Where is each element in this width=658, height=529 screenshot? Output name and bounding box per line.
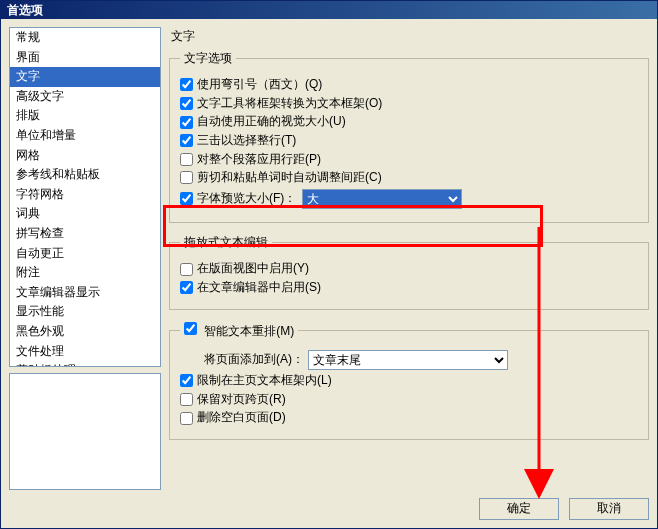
option-label: 文字工具将框架转换为文本框架(O)	[197, 96, 382, 112]
option-label: 使用弯引号（西文）(Q)	[197, 77, 322, 93]
option-row: 保留对页跨页(R)	[180, 392, 638, 408]
sidebar-item[interactable]: 高级文字	[10, 87, 160, 107]
option-label: 剪切和粘贴单词时自动调整间距(C)	[197, 170, 382, 186]
add-pages-row: 将页面添加到(A)： 文章末尾章节末尾文档末尾	[204, 350, 638, 370]
sidebar-item[interactable]: 文章编辑器显示	[10, 283, 160, 303]
sidebar-item[interactable]: 剪贴板处理	[10, 361, 160, 367]
option-checkbox[interactable]	[180, 116, 193, 129]
sidebar-item[interactable]: 文件处理	[10, 342, 160, 362]
option-row: 在版面视图中启用(Y)	[180, 261, 638, 277]
option-checkbox[interactable]	[180, 263, 193, 276]
option-label: 保留对页跨页(R)	[197, 392, 286, 408]
sidebar: 常规界面文字高级文字排版单位和增量网格参考线和粘贴板字符网格词典拼写检查自动更正…	[9, 27, 161, 490]
option-checkbox[interactable]	[180, 412, 193, 425]
title-bar: 首选项	[1, 1, 657, 19]
font-preview-label: 字体预览大小(F)：	[197, 191, 296, 207]
option-label: 在文章编辑器中启用(S)	[197, 280, 321, 296]
option-checkbox[interactable]	[180, 281, 193, 294]
sidebar-item[interactable]: 常规	[10, 28, 160, 48]
option-row: 自动使用正确的视觉大小(U)	[180, 114, 638, 130]
sidebar-item[interactable]: 附注	[10, 263, 160, 283]
sidebar-item[interactable]: 黑色外观	[10, 322, 160, 342]
option-row: 限制在主页文本框架内(L)	[180, 373, 638, 389]
text-options-list: 使用弯引号（西文）(Q)文字工具将框架转换为文本框架(O)自动使用正确的视觉大小…	[180, 77, 638, 186]
sidebar-item[interactable]: 单位和增量	[10, 126, 160, 146]
option-label: 在版面视图中启用(Y)	[197, 261, 309, 277]
drag-options-list: 在版面视图中启用(Y)在文章编辑器中启用(S)	[180, 261, 638, 295]
option-checkbox[interactable]	[180, 393, 193, 406]
preview-pane	[9, 373, 161, 490]
option-checkbox[interactable]	[180, 171, 193, 184]
font-preview-select[interactable]: 小中大特大	[302, 189, 462, 209]
sidebar-item[interactable]: 文字	[10, 67, 160, 87]
font-preview-row: 字体预览大小(F)： 小中大特大	[180, 189, 638, 209]
option-checkbox[interactable]	[180, 153, 193, 166]
category-list[interactable]: 常规界面文字高级文字排版单位和增量网格参考线和粘贴板字符网格词典拼写检查自动更正…	[9, 27, 161, 367]
group-drag-drop-legend: 拖放式文本编辑	[180, 235, 272, 251]
option-checkbox[interactable]	[180, 134, 193, 147]
sidebar-item[interactable]: 参考线和粘贴板	[10, 165, 160, 185]
dialog-buttons: 确定 取消	[1, 490, 657, 528]
font-preview-checkbox[interactable]	[180, 192, 193, 205]
group-drag-drop: 拖放式文本编辑 在版面视图中启用(Y)在文章编辑器中启用(S)	[169, 235, 649, 310]
option-row: 对整个段落应用行距(P)	[180, 152, 638, 168]
option-label: 三击以选择整行(T)	[197, 133, 296, 149]
option-checkbox[interactable]	[180, 78, 193, 91]
group-smart-reflow: 智能文本重排(M) 将页面添加到(A)： 文章末尾章节末尾文档末尾 限制在主页文…	[169, 322, 649, 440]
group-text-options: 文字选项 使用弯引号（西文）(Q)文字工具将框架转换为文本框架(O)自动使用正确…	[169, 51, 649, 223]
option-row: 三击以选择整行(T)	[180, 133, 638, 149]
smart-reflow-label: 智能文本重排(M)	[204, 324, 294, 338]
add-pages-label: 将页面添加到(A)：	[204, 352, 304, 368]
sidebar-item[interactable]: 拼写检查	[10, 224, 160, 244]
dialog-body: 常规界面文字高级文字排版单位和增量网格参考线和粘贴板字符网格词典拼写检查自动更正…	[1, 19, 657, 490]
add-pages-select[interactable]: 文章末尾章节末尾文档末尾	[308, 350, 508, 370]
option-checkbox[interactable]	[180, 374, 193, 387]
option-label: 自动使用正确的视觉大小(U)	[197, 114, 346, 130]
window-title: 首选项	[7, 3, 43, 17]
option-label: 对整个段落应用行距(P)	[197, 152, 321, 168]
page-title: 文字	[169, 27, 649, 51]
group-text-options-legend: 文字选项	[180, 51, 236, 67]
ok-button[interactable]: 确定	[479, 498, 559, 520]
option-row: 剪切和粘贴单词时自动调整间距(C)	[180, 170, 638, 186]
option-row: 使用弯引号（西文）(Q)	[180, 77, 638, 93]
sidebar-item[interactable]: 词典	[10, 204, 160, 224]
option-label: 限制在主页文本框架内(L)	[197, 373, 332, 389]
option-row: 文字工具将框架转换为文本框架(O)	[180, 96, 638, 112]
sidebar-item[interactable]: 字符网格	[10, 185, 160, 205]
cancel-button[interactable]: 取消	[569, 498, 649, 520]
group-smart-reflow-legend: 智能文本重排(M)	[180, 322, 298, 340]
sidebar-item[interactable]: 显示性能	[10, 302, 160, 322]
sidebar-item[interactable]: 自动更正	[10, 244, 160, 264]
sidebar-item[interactable]: 界面	[10, 48, 160, 68]
sidebar-item[interactable]: 网格	[10, 146, 160, 166]
option-row: 删除空白页面(D)	[180, 410, 638, 426]
option-row: 在文章编辑器中启用(S)	[180, 280, 638, 296]
sidebar-item[interactable]: 排版	[10, 106, 160, 126]
preferences-dialog: 首选项 常规界面文字高级文字排版单位和增量网格参考线和粘贴板字符网格词典拼写检查…	[0, 0, 658, 529]
option-label: 删除空白页面(D)	[197, 410, 286, 426]
smart-reflow-checkbox[interactable]	[184, 322, 197, 335]
smart-options-list: 限制在主页文本框架内(L)保留对页跨页(R)删除空白页面(D)	[180, 373, 638, 426]
main-area: 文字 文字选项 使用弯引号（西文）(Q)文字工具将框架转换为文本框架(O)自动使…	[169, 27, 649, 490]
option-checkbox[interactable]	[180, 97, 193, 110]
